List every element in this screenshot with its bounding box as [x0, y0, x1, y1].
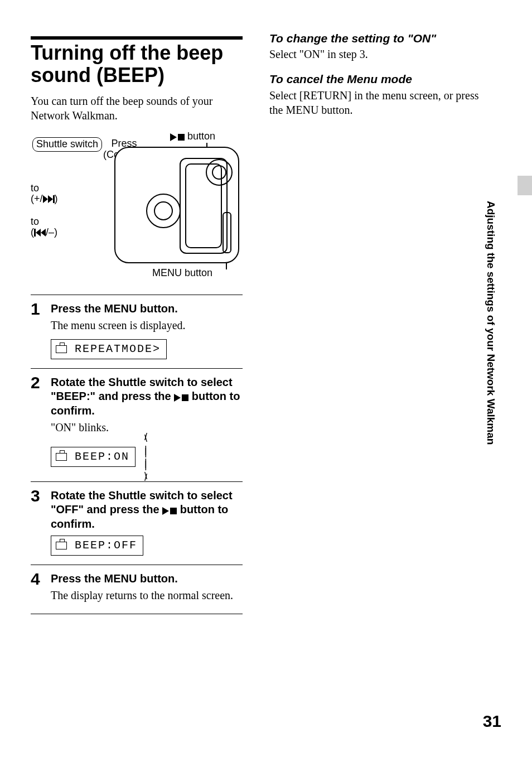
sub-paragraph: Select "ON" in step 3. [269, 47, 481, 61]
sub-paragraph: Select [RETURN] in the menu screen, or p… [269, 88, 481, 117]
right-column: To change the setting to "ON" Select "ON… [269, 31, 481, 614]
step-number: 1 [31, 300, 51, 361]
step-subtext: The display returns to the normal screen… [51, 588, 243, 602]
step-heading: Rotate the Shuttle switch to select "OFF… [51, 489, 243, 531]
play-stop-icon [170, 131, 185, 143]
play-button-label: button [170, 130, 215, 143]
lcd-display: BEEP:ON [51, 447, 136, 467]
repeat-icon [56, 542, 67, 549]
lcd-display: BEEP:OFF [51, 536, 143, 556]
device-illustration [114, 147, 239, 263]
steps-end-rule [31, 614, 243, 614]
device-diagram: button Shuttle switch Press(Confirm) to(… [31, 133, 243, 278]
shuttle-forward-label: to(+/) [31, 183, 58, 204]
section-side-label: Adjusting the settings of your Network W… [483, 201, 497, 445]
sub-heading: To change the setting to "ON" [269, 31, 481, 46]
title-rule [31, 36, 243, 40]
lcd-display: REPEATMODE> [51, 339, 167, 359]
repeat-icon [56, 345, 67, 353]
page-title: Turning off the beep sound (BEEP) [31, 42, 243, 86]
shuttle-back-label: to(/–) [31, 216, 57, 238]
step-heading: Press the MENU button. [51, 302, 243, 316]
step-heading: Rotate the Shuttle switch to select "BEE… [51, 375, 243, 418]
step-number: 3 [31, 486, 51, 558]
step-subtext: The menu screen is displayed. [51, 318, 243, 332]
lcd-text: REPEATMODE> [75, 342, 161, 356]
blink-marks-icon: / | | \ [144, 431, 146, 483]
page-number: 31 [483, 710, 501, 732]
left-column: Turning off the beep sound (BEEP) You ca… [31, 31, 243, 614]
lcd-text: BEEP:OFF [75, 538, 137, 553]
shuttle-switch-label: Shuttle switch [32, 137, 102, 151]
sub-heading: To cancel the Menu mode [269, 71, 481, 86]
play-stop-icon [174, 390, 188, 404]
step: 1 Press the MENU button. The menu screen… [31, 295, 243, 368]
step: 3 Rotate the Shuttle switch to select "O… [31, 481, 243, 565]
step-subtext: "ON" blinks. [51, 420, 243, 435]
step-number: 2 [31, 373, 51, 475]
menu-button-label: MENU button [152, 267, 212, 279]
side-tab [518, 176, 532, 195]
step: 2 Rotate the Shuttle switch to select "B… [31, 368, 243, 481]
step-number: 4 [31, 570, 51, 607]
play-stop-icon [162, 503, 177, 517]
intro-text: You can turn off the beep sounds of your… [31, 94, 243, 123]
step-heading: Press the MENU button. [51, 572, 243, 586]
step: 4 Press the MENU button. The display ret… [31, 565, 243, 614]
lcd-text: BEEP:ON [75, 450, 129, 464]
repeat-icon [56, 453, 67, 461]
